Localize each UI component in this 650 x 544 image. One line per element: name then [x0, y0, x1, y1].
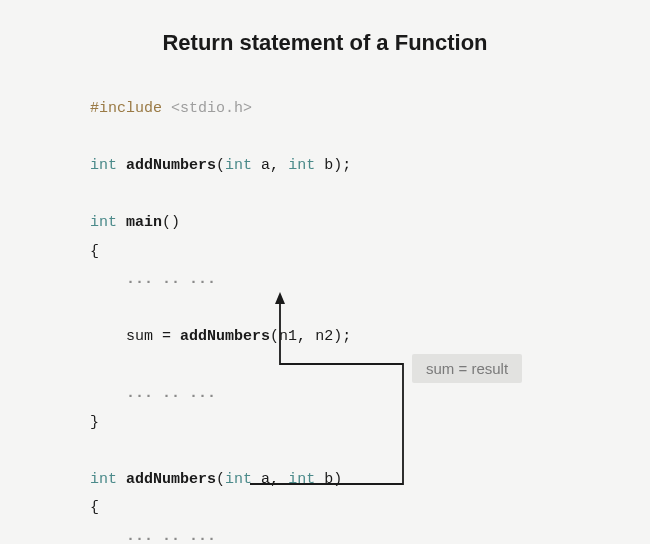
semicolon: ;	[342, 328, 351, 345]
var-sum: sum	[126, 328, 153, 345]
type-keyword: int	[225, 157, 252, 174]
arg-n2: n2	[315, 328, 333, 345]
arg-n1: n1	[279, 328, 297, 345]
brace-open: {	[90, 243, 99, 260]
type-keyword: int	[288, 157, 315, 174]
type-keyword: int	[90, 157, 117, 174]
equals: =	[153, 328, 180, 345]
ellipsis: ... .. ...	[126, 271, 216, 288]
brace-close: }	[90, 414, 99, 431]
fn-def-addNumbers: addNumbers	[126, 471, 216, 488]
ellipsis: ... .. ...	[126, 528, 216, 545]
fn-prototype-name: addNumbers	[126, 157, 216, 174]
type-keyword: int	[225, 471, 252, 488]
param-a: a	[261, 471, 270, 488]
include-header: <stdio.h>	[171, 100, 252, 117]
paren-open: (	[216, 157, 225, 174]
paren-open: (	[270, 328, 279, 345]
fn-main: main	[126, 214, 162, 231]
paren-close: )	[333, 157, 342, 174]
brace-open: {	[90, 499, 99, 516]
paren-open: (	[216, 471, 225, 488]
paren-close: )	[333, 328, 342, 345]
comma: ,	[270, 471, 279, 488]
param-b: b	[324, 471, 333, 488]
type-keyword: int	[288, 471, 315, 488]
fn-call-addNumbers: addNumbers	[180, 328, 270, 345]
preprocessor-directive: #include	[90, 100, 162, 117]
comma: ,	[297, 328, 306, 345]
code-block: #include <stdio.h> int addNumbers(int a,…	[90, 95, 351, 544]
type-keyword: int	[90, 471, 117, 488]
paren-close: )	[333, 471, 342, 488]
annotation-sum-result: sum = result	[412, 354, 522, 383]
comma: ,	[270, 157, 279, 174]
param-b: b	[324, 157, 333, 174]
param-a: a	[261, 157, 270, 174]
empty-parens: ()	[162, 214, 180, 231]
diagram-title: Return statement of a Function	[0, 0, 650, 56]
semicolon: ;	[342, 157, 351, 174]
type-keyword: int	[90, 214, 117, 231]
ellipsis: ... .. ...	[126, 385, 216, 402]
